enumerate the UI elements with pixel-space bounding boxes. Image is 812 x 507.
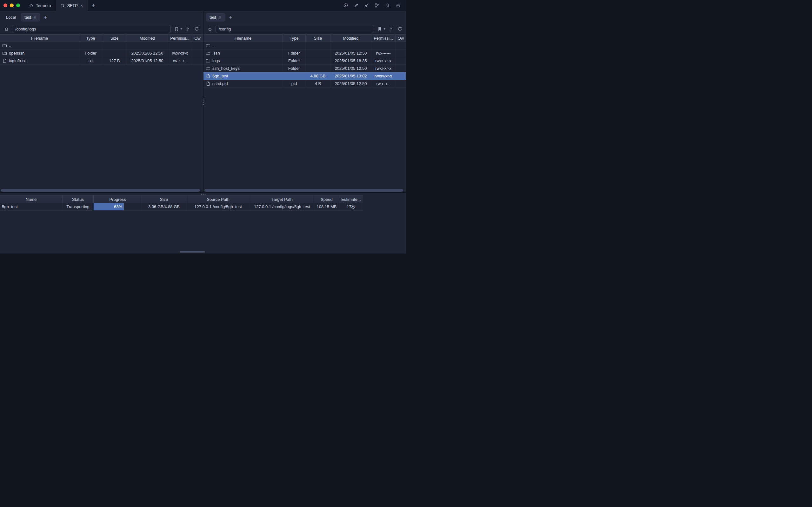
- settings-gear-icon[interactable]: [395, 3, 400, 8]
- bookmark-filled-icon[interactable]: [376, 26, 383, 32]
- cell-filename: sshd.pid: [204, 80, 283, 87]
- folder-icon: [206, 58, 210, 63]
- table-row[interactable]: ssh_host_keys Folder 2025/01/05 12:50 rw…: [204, 65, 406, 72]
- key-icon[interactable]: [364, 3, 369, 8]
- table-row[interactable]: openssh Folder 2025/01/05 12:50 rwxr-xr-…: [0, 50, 203, 57]
- column-header-progress[interactable]: Progress: [94, 196, 142, 203]
- parent-directory-button[interactable]: [184, 26, 191, 32]
- column-header-filename[interactable]: Filename: [0, 35, 79, 42]
- column-header-modified[interactable]: Modified: [127, 35, 168, 42]
- column-header-status[interactable]: Status: [62, 196, 94, 203]
- column-header-size[interactable]: Size: [102, 35, 127, 42]
- cell-transfer-status: Transporting: [62, 203, 94, 210]
- cell-filename: loginfo.txt: [0, 57, 79, 64]
- column-header-source-path[interactable]: Source Path: [186, 196, 250, 203]
- transfer-table-header: Name Status Progress Size Source Path Ta…: [0, 195, 363, 203]
- cell-permissions: rwxr-xr-x: [371, 65, 395, 72]
- cell-transfer-target: 127.0.0.1:/config/logs/5gb_test: [250, 203, 314, 210]
- column-header-permissions[interactable]: Permissi...: [168, 35, 192, 42]
- parent-directory-button[interactable]: [388, 26, 394, 32]
- tab-test-left-label: test: [24, 15, 31, 20]
- titlebar: Termora SFTP × +: [0, 0, 406, 11]
- tab-test-right[interactable]: test ×: [206, 13, 225, 21]
- home-directory-button[interactable]: [207, 26, 213, 32]
- transfer-row[interactable]: 5gb_test Transporting 63% 3.06 GB/4.88 G…: [0, 203, 363, 211]
- tab-local[interactable]: Local: [2, 13, 20, 21]
- horizontal-scrollbar-left[interactable]: [1, 189, 200, 191]
- edit-icon[interactable]: [354, 3, 359, 8]
- close-tab-icon[interactable]: ×: [33, 15, 37, 20]
- branch-icon[interactable]: [375, 3, 380, 8]
- close-window-button[interactable]: [3, 3, 7, 7]
- transfer-arrows-icon: [60, 3, 65, 8]
- column-header-type[interactable]: Type: [283, 35, 306, 42]
- horizontal-scrollbar-right[interactable]: [205, 189, 403, 191]
- column-header-modified[interactable]: Modified: [330, 35, 371, 42]
- app-home-tab[interactable]: Termora: [24, 0, 56, 11]
- column-header-owner[interactable]: Ow: [192, 35, 203, 42]
- search-icon[interactable]: [385, 3, 390, 8]
- chevron-down-icon[interactable]: ▾: [383, 27, 385, 31]
- path-input-right[interactable]: [216, 25, 374, 33]
- refresh-button[interactable]: [396, 26, 403, 32]
- cell-transfer-name: 5gb_test: [0, 203, 62, 210]
- file-panels: Local test × + ▾ Filena: [0, 11, 406, 192]
- file-icon: [206, 74, 210, 78]
- table-row[interactable]: ..: [0, 42, 203, 50]
- transfer-splitter[interactable]: [0, 192, 406, 195]
- new-window-tab-button[interactable]: +: [88, 0, 99, 11]
- minimize-window-button[interactable]: [10, 3, 14, 7]
- column-header-filename[interactable]: Filename: [204, 35, 283, 42]
- tab-test-left[interactable]: test ×: [21, 13, 40, 21]
- cell-filename: openssh: [0, 50, 79, 57]
- left-panel-tabs: Local test × +: [0, 11, 203, 23]
- cell-transfer-size: 3.06 GB/4.88 GB: [142, 203, 186, 210]
- cell-modified: 2025/01/05 13:02: [330, 72, 371, 79]
- path-input-left[interactable]: [12, 25, 171, 33]
- table-row[interactable]: logs Folder 2025/01/05 18:35 rwxr-xr-x: [204, 57, 406, 65]
- new-panel-tab-button-left[interactable]: +: [41, 13, 50, 21]
- column-header-target-path[interactable]: Target Path: [250, 196, 314, 203]
- cell-filename: ..: [204, 42, 283, 49]
- column-header-size[interactable]: Size: [142, 196, 186, 203]
- column-header-size[interactable]: Size: [306, 35, 330, 42]
- cell-size: 4.88 GB: [306, 72, 330, 79]
- table-row-selected[interactable]: 5gb_test 4.88 GB 2025/01/05 13:02 rwxrwx…: [204, 72, 406, 80]
- bookmark-icon[interactable]: [173, 26, 180, 32]
- table-row[interactable]: .ssh Folder 2025/01/05 12:50 rwx------: [204, 50, 406, 57]
- scrollbar-thumb[interactable]: [1, 189, 200, 191]
- progress-label: 63%: [114, 204, 122, 209]
- refresh-button[interactable]: [193, 26, 200, 32]
- column-header-speed[interactable]: Speed: [314, 196, 339, 203]
- zoom-window-button[interactable]: [16, 3, 20, 7]
- tab-sftp[interactable]: SFTP ×: [56, 0, 88, 11]
- close-tab-icon[interactable]: ×: [218, 15, 222, 20]
- record-icon[interactable]: [343, 3, 348, 8]
- table-row[interactable]: loginfo.txt txt 127 B 2025/01/05 12:50 r…: [0, 57, 203, 65]
- traffic-lights: [0, 0, 24, 11]
- cell-permissions: rwxr-xr-x: [371, 57, 395, 64]
- cell-transfer-estimate: 17秒: [339, 203, 363, 210]
- column-header-estimate[interactable]: Estimate...: [339, 196, 363, 203]
- close-tab-icon[interactable]: ×: [80, 3, 83, 8]
- cell-permissions: [168, 42, 192, 49]
- cell-filename: .ssh: [204, 50, 283, 57]
- chevron-down-icon[interactable]: ▾: [180, 27, 182, 31]
- cell-size: [306, 50, 330, 57]
- column-header-type[interactable]: Type: [79, 35, 102, 42]
- scrollbar-thumb[interactable]: [205, 189, 403, 191]
- column-header-owner[interactable]: Ow: [395, 35, 406, 42]
- home-directory-button[interactable]: [3, 26, 9, 32]
- filename-text: loginfo.txt: [9, 58, 27, 63]
- new-panel-tab-button-right[interactable]: +: [226, 13, 235, 21]
- table-row[interactable]: ..: [204, 42, 406, 50]
- column-header-name[interactable]: Name: [0, 196, 62, 203]
- tab-test-right-label: test: [210, 15, 216, 20]
- titlebar-spacer: [99, 0, 343, 11]
- cell-size: [306, 65, 330, 72]
- column-header-permissions[interactable]: Permissi...: [371, 35, 395, 42]
- cell-type: Folder: [283, 50, 306, 57]
- table-row[interactable]: sshd.pid pid 4 B 2025/01/05 12:50 rw-r--…: [204, 80, 406, 88]
- bottom-scrollbar-thumb[interactable]: [180, 251, 205, 252]
- cell-type: Folder: [283, 57, 306, 64]
